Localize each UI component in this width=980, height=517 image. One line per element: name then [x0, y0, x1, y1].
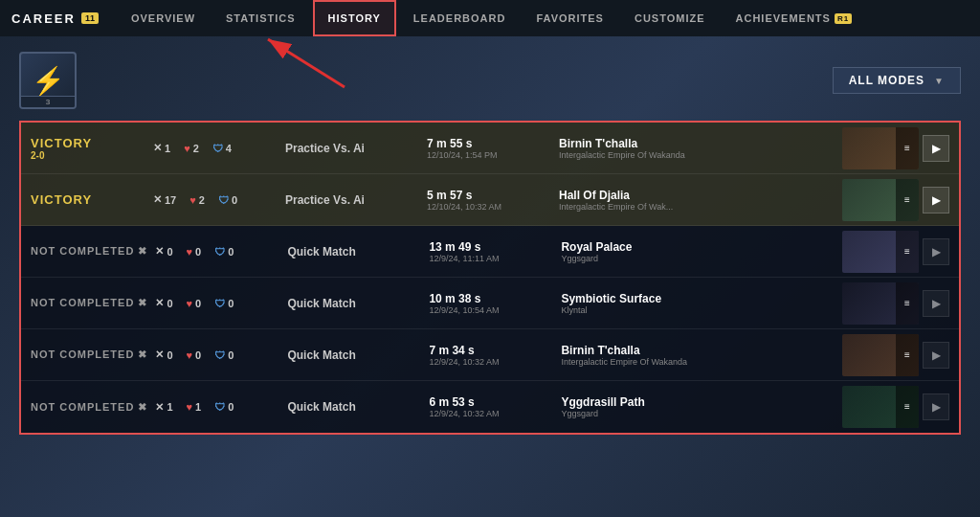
avatar-level: 3: [21, 96, 75, 107]
map-info: Yggdrasill Path Yggsgard: [561, 395, 644, 418]
map-section: Birnin T'challa Intergalactic Empire Of …: [561, 334, 949, 376]
result-badge: NOT COMPLETED ✖: [31, 348, 147, 361]
result-badge: NOT COMPLETED ✖: [31, 297, 147, 309]
result-text: NOT COMPLETED ✖: [31, 245, 147, 258]
map-info: Royal Palace Yggsgard: [561, 240, 632, 263]
stat-value: 0: [228, 401, 234, 413]
stat-item: ♥0: [187, 246, 202, 258]
stat-icon: 🛡: [214, 298, 225, 309]
game-mode: Quick Match: [287, 297, 421, 310]
history-table: VICTORY2-0✕1♥2🛡4Practice Vs. Ai 7 m 55 s…: [19, 121, 961, 435]
stat-icon: ✕: [155, 401, 164, 414]
time-section: 7 m 55 s 12/10/24, 1:54 PM: [427, 137, 551, 160]
time-section: 6 m 53 s 12/9/24, 10:32 AM: [429, 395, 553, 418]
map-subname: Intergalactic Empire Of Wakanda: [561, 357, 687, 367]
map-subname: Yggsgard: [561, 254, 632, 263]
stat-value: 17: [165, 194, 176, 206]
stat-icon: ♥: [184, 143, 190, 154]
stat-item: ♥2: [184, 143, 199, 154]
row-chevron-button[interactable]: ▶: [923, 393, 949, 420]
map-info: Birnin T'challa Intergalactic Empire Of …: [561, 344, 687, 367]
stat-value: 0: [232, 194, 237, 206]
row-chevron-button[interactable]: ▶: [923, 290, 949, 317]
stat-value: 0: [195, 349, 201, 361]
play-button[interactable]: ▶: [923, 135, 949, 162]
stat-value: 0: [228, 246, 234, 258]
brand-badge: 11: [81, 12, 99, 24]
map-thumb-wrapper: ≡▶: [842, 231, 949, 273]
tab-customize[interactable]: CUSTOMIZE: [621, 0, 719, 36]
stat-value: 0: [195, 298, 201, 309]
map-name: Hall Of Djalia: [559, 189, 673, 202]
map-subname: Intergalactic Empire Of Wak...: [559, 202, 673, 212]
stat-icon: ✕: [155, 245, 164, 258]
map-section: Hall Of Djalia Intergalactic Empire Of W…: [559, 179, 949, 221]
stat-item: 🛡0: [214, 246, 234, 258]
match-duration: 6 m 53 s: [429, 395, 553, 409]
stat-icon: ✕: [155, 297, 164, 309]
match-row: VICTORY✕17♥2🛡0Practice Vs. Ai 5 m 57 s 1…: [21, 174, 959, 226]
result-badge: VICTORY: [31, 192, 145, 207]
tab-statistics[interactable]: STATISTICS: [212, 0, 309, 36]
stat-value: 0: [228, 298, 234, 309]
stat-item: ✕0: [155, 297, 172, 309]
game-mode: Practice Vs. Ai: [285, 142, 419, 155]
map-name: Royal Palace: [561, 240, 632, 254]
player-avatar-area: ⚡ 3: [19, 52, 77, 109]
row-chevron-button[interactable]: ▶: [923, 238, 949, 265]
stat-value: 1: [167, 401, 172, 413]
stat-item: ♥2: [189, 194, 205, 206]
map-thumbnail: ≡: [842, 179, 919, 221]
menu-icon: ≡: [896, 282, 919, 325]
match-stats: ✕17♥2🛡0: [153, 193, 278, 206]
tab-overview[interactable]: OVERVIEW: [118, 0, 209, 36]
nav-brand: CAREER 11: [11, 11, 99, 26]
match-stats: ✕1♥2🛡4: [153, 142, 278, 154]
chevron-down-icon: ▼: [934, 76, 945, 86]
map-thumb-wrapper: ≡▶: [842, 282, 949, 325]
map-section: Royal Palace Yggsgard ≡▶: [561, 231, 949, 273]
tab-achievements[interactable]: ACHIEVEMENTS R1: [723, 0, 866, 36]
map-name: Birnin T'challa: [559, 137, 685, 150]
play-button[interactable]: ▶: [923, 187, 949, 214]
time-section: 10 m 38 s 12/9/24, 10:54 AM: [429, 292, 553, 315]
map-thumb-wrapper: ≡▶: [842, 334, 949, 376]
row-chevron-button[interactable]: ▶: [923, 342, 949, 369]
stat-icon: ✕: [153, 193, 162, 206]
tab-favorites[interactable]: FAVORITES: [523, 0, 617, 36]
stat-item: 🛡0: [214, 349, 234, 361]
brand-title: CAREER: [11, 11, 76, 26]
map-thumb-wrapper: ≡▶: [842, 179, 949, 221]
stat-icon: ♥: [187, 298, 193, 309]
menu-icon: ≡: [896, 127, 919, 169]
stat-item: 🛡4: [212, 143, 232, 154]
map-section: Yggdrasill Path Yggsgard ≡▶: [561, 386, 949, 428]
menu-icon: ≡: [896, 179, 919, 221]
match-duration: 7 m 34 s: [429, 344, 553, 357]
stat-value: 0: [167, 298, 172, 309]
stat-item: ♥0: [187, 349, 202, 361]
tab-history[interactable]: HISTORY: [313, 0, 396, 36]
stat-item: ♥0: [187, 298, 202, 309]
game-mode: Quick Match: [287, 245, 421, 258]
stat-item: ✕17: [153, 193, 176, 206]
tab-leaderboard[interactable]: LEADERBOARD: [400, 0, 520, 36]
stat-value: 1: [195, 401, 201, 413]
avatar-icon: ⚡: [32, 65, 65, 97]
match-row: NOT COMPLETED ✖✕0♥0🛡0Quick Match 10 m 38…: [21, 278, 959, 329]
map-thumbnail: ≡: [842, 334, 919, 376]
modes-label: ALL MODES: [849, 74, 924, 87]
stat-icon: ♥: [189, 194, 196, 206]
map-info: Hall Of Djalia Intergalactic Empire Of W…: [559, 189, 673, 212]
map-subname: Yggsgard: [561, 409, 644, 418]
result-badge: NOT COMPLETED ✖: [31, 401, 147, 414]
stat-value: 2: [193, 143, 199, 154]
modes-dropdown[interactable]: ALL MODES ▼: [833, 67, 961, 94]
map-thumb-wrapper: ≡▶: [842, 127, 949, 169]
stat-item: ♥1: [187, 401, 202, 413]
game-mode: Quick Match: [287, 348, 421, 362]
match-date: 12/9/24, 11:11 AM: [429, 254, 553, 263]
match-row: NOT COMPLETED ✖✕0♥0🛡0Quick Match 13 m 49…: [21, 226, 959, 278]
stat-item: ✕1: [153, 142, 170, 154]
menu-icon: ≡: [896, 334, 919, 376]
